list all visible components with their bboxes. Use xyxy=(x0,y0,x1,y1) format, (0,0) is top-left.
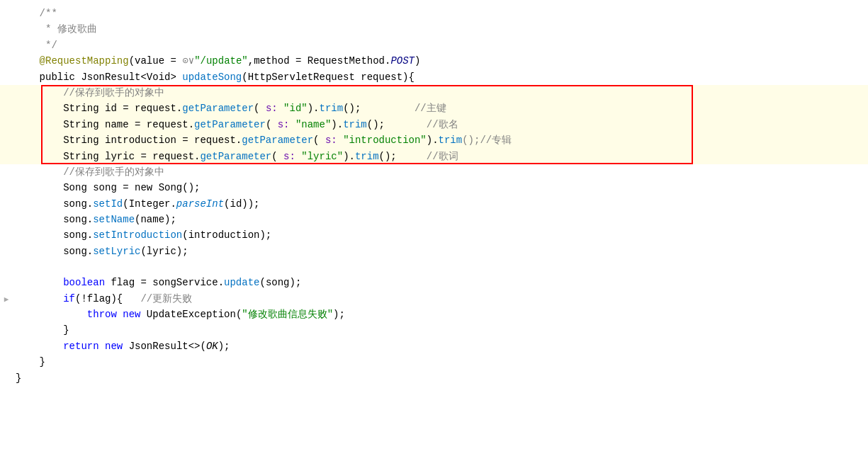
token xyxy=(16,277,63,288)
token: trim xyxy=(355,151,379,162)
line-code: } xyxy=(13,322,868,338)
gutter-arrow-icon: ▶ xyxy=(4,294,9,307)
line-code: boolean flag = songService.update(song); xyxy=(13,275,868,290)
token: "name" xyxy=(295,119,331,130)
line-code: //保存到歌手的对象中 xyxy=(13,164,868,180)
code-line: * 修改歌曲 xyxy=(0,21,868,37)
token: HttpServletRequest request xyxy=(248,72,402,83)
line-code: * 修改歌曲 xyxy=(13,21,868,37)
token: ); xyxy=(218,341,230,352)
token: OK xyxy=(206,341,218,352)
code-line: song.setIntroduction(introduction); xyxy=(0,227,868,243)
token: trim xyxy=(320,103,344,114)
token: ⊙∨ xyxy=(182,55,194,67)
code-line: throw new UpdateException("修改歌曲信息失败"); xyxy=(0,307,868,322)
token: "id" xyxy=(283,103,308,114)
line-code: String id = request.getParameter( s: "id… xyxy=(13,101,868,116)
code-line: song.setId(Integer.parseInt(id)); xyxy=(0,196,868,212)
code-line: public JsonResult<Void> updateSong(HttpS… xyxy=(0,69,868,85)
line-code: song.setIntroduction(introduction); xyxy=(13,227,868,243)
token: (); xyxy=(343,103,361,114)
token: POST xyxy=(390,55,415,67)
token: song. xyxy=(16,229,93,241)
line-code: /** xyxy=(13,6,868,21)
token xyxy=(337,135,343,146)
code-line: boolean flag = songService.update(song); xyxy=(0,275,868,290)
token xyxy=(278,103,283,114)
token: ). xyxy=(427,135,439,146)
token xyxy=(16,341,63,352)
token: String name = request. xyxy=(16,119,194,130)
code-line: } xyxy=(0,370,868,386)
token: trim xyxy=(439,135,463,146)
token: (); xyxy=(379,151,397,162)
token: ) xyxy=(415,55,420,67)
token: song. xyxy=(16,198,93,210)
token: Song song = new Song(); xyxy=(16,182,200,193)
token: UpdateException( xyxy=(140,309,242,320)
code-line: //保存到歌手的对象中 xyxy=(0,164,868,180)
token: ). xyxy=(308,103,320,114)
token: if xyxy=(63,293,75,304)
line-code: song.setName(name); xyxy=(13,212,868,227)
code-line: //保存到歌手的对象中 xyxy=(0,85,868,101)
token: public JsonResult<Void> xyxy=(16,72,182,83)
token: setLyric xyxy=(93,246,140,257)
token: trim xyxy=(343,119,367,130)
token: //主键 xyxy=(361,103,446,114)
token: ();//专辑 xyxy=(462,135,512,146)
line-code: throw new UpdateException("修改歌曲信息失败"); xyxy=(13,307,868,322)
token: String introduction = request. xyxy=(16,135,242,146)
token: * 修改歌曲 xyxy=(16,23,97,35)
line-code: String lyric = request.getParameter( s: … xyxy=(13,149,868,164)
code-line: } xyxy=(0,322,868,338)
token: (Integer. xyxy=(123,198,176,210)
line-code: } xyxy=(13,370,868,386)
token: "修改歌曲信息失败" xyxy=(242,309,333,320)
token: (name); xyxy=(135,214,176,225)
token: ). xyxy=(331,119,343,130)
token: /** xyxy=(16,8,57,19)
line-code: //保存到歌手的对象中 xyxy=(13,85,868,101)
token: getParameter xyxy=(200,151,271,162)
token: getParameter xyxy=(194,119,266,130)
token: s: xyxy=(266,103,278,114)
token: (id)); xyxy=(224,198,259,210)
token: getParameter xyxy=(182,103,254,114)
token: @RequestMapping xyxy=(16,55,129,67)
code-editor: /** * 修改歌曲 */ @RequestMapping(value = ⊙∨… xyxy=(0,0,868,456)
token: s: xyxy=(283,151,295,162)
token: } xyxy=(16,324,69,336)
token: "/update" xyxy=(194,55,248,67)
token: song. xyxy=(16,246,93,257)
token xyxy=(117,309,123,320)
token: ( xyxy=(254,103,266,114)
code-line: String id = request.getParameter( s: "id… xyxy=(0,101,868,116)
token: "lyric" xyxy=(301,151,343,162)
token: (!flag){ xyxy=(75,293,123,304)
token: return xyxy=(63,341,98,352)
token: update xyxy=(224,277,259,288)
token xyxy=(290,119,295,130)
token: //更新失败 xyxy=(123,293,192,304)
token: "introduction" xyxy=(343,135,427,146)
token: (value = xyxy=(129,55,183,67)
token: flag = songService. xyxy=(105,277,224,288)
code-line: String introduction = request.getParamet… xyxy=(0,132,868,148)
token: ){ xyxy=(402,72,415,83)
token: String lyric = request. xyxy=(16,151,200,162)
token: (); xyxy=(367,119,385,130)
line-code: if(!flag){ //更新失败 xyxy=(13,291,868,307)
token: ( xyxy=(242,72,247,83)
token: boolean xyxy=(63,277,105,288)
line-code: public JsonResult<Void> updateSong(HttpS… xyxy=(13,69,868,85)
code-line xyxy=(0,259,868,275)
token: ( xyxy=(271,151,283,162)
token: setIntroduction xyxy=(93,229,182,241)
token: */ xyxy=(16,40,57,51)
token: updateSong xyxy=(182,72,242,83)
token: s: xyxy=(278,119,290,130)
token: getParameter xyxy=(242,135,313,146)
token: new xyxy=(123,309,140,320)
token: (lyric); xyxy=(140,246,188,257)
